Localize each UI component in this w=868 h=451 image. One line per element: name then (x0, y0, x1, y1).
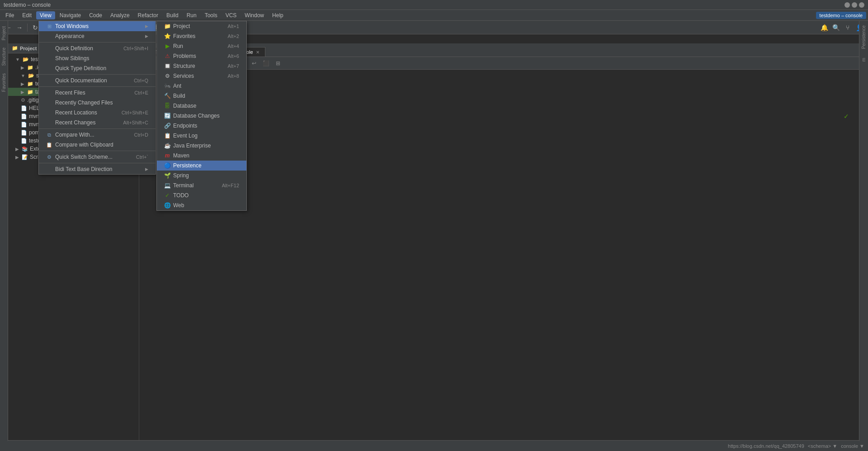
view-menu-item-recent-files[interactable]: Recent Files Ctrl+E (39, 88, 156, 98)
tw-services-shortcut: Alt+8 (228, 73, 239, 79)
tw-spring-icon: 🌱 (164, 172, 170, 179)
tw-item-problems[interactable]: ⚠ Problems Alt+6 (157, 51, 246, 61)
tw-structure-icon: 🔲 (164, 63, 170, 69)
view-menu-item-quick-doc[interactable]: Quick Documentation Ctrl+Q (39, 76, 156, 85)
menu-item-tools[interactable]: Tools (201, 11, 221, 19)
app-title: testdemo – console (4, 2, 51, 8)
console-layout-btn[interactable]: ⊞ (274, 59, 282, 67)
tool-windows-icon: ⊞ (46, 24, 52, 29)
view-menu-item-quick-type-def[interactable]: Quick Type Definition (39, 63, 156, 73)
tw-item-terminal[interactable]: 💻 Terminal Alt+F12 (157, 180, 246, 190)
tw-item-endpoints[interactable]: 🔗 Endpoints (157, 121, 246, 131)
recent-files-label: Recent Files (55, 90, 85, 96)
tw-item-java-enterprise[interactable]: ☕ Java Enterprise (157, 141, 246, 151)
minimize-button[interactable] (844, 2, 850, 8)
tw-item-services[interactable]: ⚙ Services Alt+8 (157, 71, 246, 81)
sidebar-item-favorites[interactable]: Favorites (0, 70, 7, 95)
tree-icon-gitignore: ⚙ (21, 97, 25, 103)
tw-ant-label: Ant (173, 83, 181, 89)
menu-item-code[interactable]: Code (85, 11, 106, 19)
view-menu-item-bidi-text[interactable]: Bidi Text Base Direction (39, 164, 156, 174)
sidebar-item-project[interactable]: Project (0, 23, 7, 44)
tw-item-todo[interactable]: ✓ TODO (157, 190, 246, 200)
view-menu-item-compare-clipboard[interactable]: 📋 Compare with Clipboard (39, 140, 156, 150)
view-menu-item-tool-windows[interactable]: ⊞ Tool Windows (39, 21, 156, 31)
view-menu-item-recently-changed[interactable]: Recently Changed Files (39, 98, 156, 108)
tree-icon-src: 📂 (28, 73, 34, 79)
tw-item-web[interactable]: 🌐 Web (157, 200, 246, 210)
tw-terminal-shortcut: Alt+F12 (222, 183, 239, 188)
tw-structure-shortcut: Alt+7 (228, 63, 239, 69)
view-menu-item-quick-switch[interactable]: ⚙ Quick Switch Scheme... Ctrl+` (39, 152, 156, 162)
menu-item-view[interactable]: View (36, 11, 55, 19)
quick-switch-shortcut: Ctrl+` (136, 154, 148, 160)
console-stop-btn[interactable]: ⬛ (261, 59, 271, 67)
menu-item-vcs[interactable]: VCS (222, 11, 241, 19)
tw-item-maven[interactable]: m Maven (157, 151, 246, 161)
run-config-label[interactable]: testdemo – console (816, 12, 866, 19)
tw-project-icon: 📁 (164, 23, 170, 29)
menu-item-window[interactable]: Window (241, 11, 268, 19)
tw-item-build[interactable]: 🔨 Build (157, 91, 246, 101)
tab-console-close[interactable]: ✕ (256, 50, 259, 55)
forward-button[interactable]: → (14, 23, 24, 33)
menu-item-help[interactable]: Help (269, 11, 287, 19)
status-bar-right: <schema> ▼ console ▼ (808, 443, 864, 449)
view-menu-item-recent-locations[interactable]: Recent Locations Ctrl+Shift+E (39, 108, 156, 118)
tw-item-spring[interactable]: 🌱 Spring (157, 171, 246, 180)
menu-item-refactor[interactable]: Refactor (134, 11, 162, 19)
console-rollback-btn[interactable]: ↩ (250, 59, 258, 67)
left-sidebar: Project Structure Favorites (0, 21, 8, 441)
maximize-button[interactable] (852, 2, 857, 8)
view-menu-item-appearance[interactable]: Appearance (39, 31, 156, 41)
menu-item-build[interactable]: Build (163, 11, 182, 19)
search-everywhere-button[interactable]: 🔍 (831, 23, 841, 33)
recent-files-shortcut: Ctrl+E (134, 90, 148, 95)
tree-icon-target: 📁 (27, 89, 33, 95)
view-menu-item-show-siblings[interactable]: Show Siblings (39, 53, 156, 63)
menu-item-file[interactable]: File (2, 11, 18, 19)
view-menu-item-quick-def[interactable]: Quick Definition Ctrl+Shift+I (39, 43, 156, 53)
sidebar-item-maven[interactable]: m (860, 55, 867, 64)
tw-todo-label: TODO (173, 192, 189, 199)
menu-item-run[interactable]: Run (183, 11, 200, 19)
tw-java-enterprise-icon: ☕ (164, 142, 170, 149)
tw-item-project[interactable]: 📁 Project Alt+1 (157, 21, 246, 31)
tw-item-database[interactable]: 🗄 Database (157, 101, 246, 111)
status-console[interactable]: console ▼ (841, 443, 864, 449)
toolbar-divider-1 (27, 24, 28, 32)
tw-favorites-icon: ⭐ (164, 33, 170, 39)
notifications-button[interactable]: 🔔 (819, 23, 829, 33)
tw-item-run[interactable]: ▶ Run Alt+4 (157, 41, 246, 51)
tw-java-enterprise-label: Java Enterprise (173, 142, 211, 149)
compare-with-shortcut: Ctrl+D (134, 132, 148, 138)
tw-item-persistence[interactable]: 🔵 Persistence (157, 161, 246, 171)
compare-with-label: Compare With... (55, 132, 94, 138)
tw-build-label: Build (173, 93, 185, 99)
sidebar-item-structure[interactable]: Structure (0, 44, 7, 70)
status-schema[interactable]: <schema> ▼ (808, 443, 837, 449)
tw-item-ant[interactable]: 🐜 Ant (157, 81, 246, 91)
tw-problems-icon: ⚠ (164, 53, 170, 59)
view-menu-item-compare-with[interactable]: ⧉ Compare With... Ctrl+D (39, 130, 156, 140)
menu-item-navigate[interactable]: Navigate (56, 11, 85, 19)
tw-terminal-label: Terminal (173, 182, 193, 189)
editor-tabs: ☕ TestdemoApplication.java ✕ ⊞ console ✕ (139, 43, 859, 57)
status-url: https://blog.csdn.net/qq_42805749 (728, 443, 804, 449)
tw-item-event-log[interactable]: 📋 Event Log (157, 131, 246, 141)
view-menu-item-recent-changes[interactable]: Recent Changes Alt+Shift+C (39, 118, 156, 128)
tw-database-label: Database (173, 103, 196, 109)
recent-locations-shortcut: Ctrl+Shift+E (122, 110, 148, 115)
sidebar-item-persistence[interactable]: Persistence (860, 23, 867, 52)
tw-item-favorites[interactable]: ⭐ Favorites Alt+2 (157, 31, 246, 41)
close-button[interactable] (859, 2, 864, 8)
menu-item-edit[interactable]: Edit (19, 11, 35, 19)
tw-item-structure[interactable]: 🔲 Structure Alt+7 (157, 61, 246, 71)
editor-check-indicator: ✓ (844, 113, 849, 120)
git-button[interactable]: ⑂ (843, 23, 853, 33)
tw-item-database-changes[interactable]: 🔄 Database Changes (157, 111, 246, 121)
quick-def-label: Quick Definition (55, 45, 93, 52)
menu-sep-6 (39, 163, 156, 163)
menu-item-analyze[interactable]: Analyze (107, 11, 133, 19)
menu-sep-5 (39, 151, 156, 151)
